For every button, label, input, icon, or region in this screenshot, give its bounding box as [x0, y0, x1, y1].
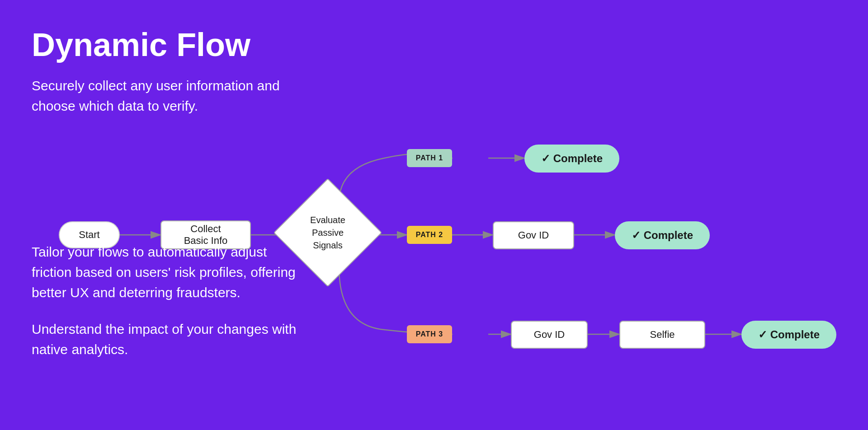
- gov-id-path3-node: Gov ID: [511, 321, 588, 349]
- path3-badge: PATH 3: [407, 325, 452, 343]
- description-text-1: Tailor your flows to automatically adjus…: [32, 242, 296, 303]
- description-block: Tailor your flows to automatically adjus…: [32, 242, 296, 376]
- evaluate-node: EvaluatePassiveSignals: [289, 194, 366, 271]
- page-title: Dynamic Flow: [32, 27, 836, 63]
- complete-path1-node: ✓ Complete: [524, 145, 619, 173]
- gov-id-path2-node: Gov ID: [493, 221, 574, 249]
- path2-badge: PATH 2: [407, 226, 452, 244]
- complete-path2-node: ✓ Complete: [615, 221, 710, 249]
- description-text-2: Understand the impact of your changes wi…: [32, 319, 296, 360]
- path1-badge: PATH 1: [407, 149, 452, 167]
- selfie-node: Selfie: [619, 321, 705, 349]
- complete-path3-node: ✓ Complete: [741, 321, 836, 349]
- page-container: Dynamic Flow Securely collect any user i…: [0, 0, 868, 430]
